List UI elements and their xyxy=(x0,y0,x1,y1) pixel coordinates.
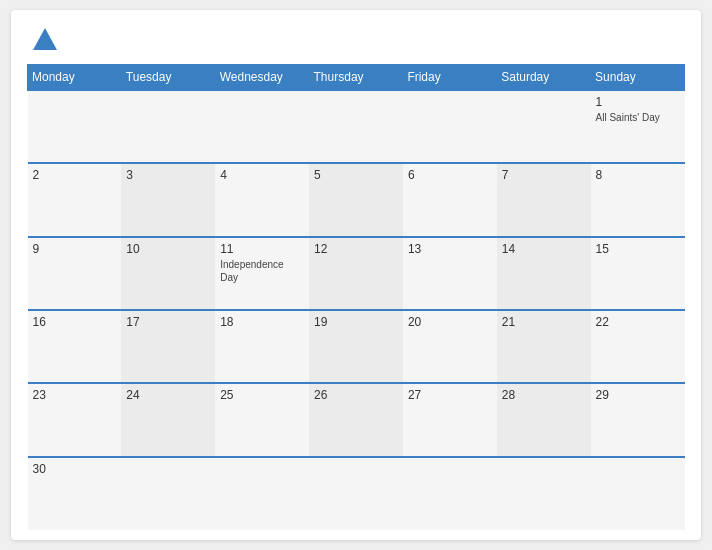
day-number: 11 xyxy=(220,242,304,256)
day-number: 25 xyxy=(220,388,304,402)
day-number: 5 xyxy=(314,168,398,182)
day-number: 24 xyxy=(126,388,210,402)
day-number: 3 xyxy=(126,168,210,182)
day-number: 9 xyxy=(33,242,117,256)
day-number: 15 xyxy=(596,242,680,256)
day-number: 6 xyxy=(408,168,492,182)
day-cell: 10 xyxy=(121,237,215,310)
day-cell: 8 xyxy=(591,163,685,236)
day-cell xyxy=(121,457,215,530)
week-row-3: 16171819202122 xyxy=(28,310,685,383)
event-label: Independence Day xyxy=(220,258,304,284)
col-header-saturday: Saturday xyxy=(497,65,591,91)
day-cell: 20 xyxy=(403,310,497,383)
day-number: 27 xyxy=(408,388,492,402)
day-cell: 1All Saints' Day xyxy=(591,90,685,163)
day-cell: 17 xyxy=(121,310,215,383)
day-cell: 9 xyxy=(28,237,122,310)
day-number: 8 xyxy=(596,168,680,182)
day-number: 2 xyxy=(33,168,117,182)
day-cell: 7 xyxy=(497,163,591,236)
day-cell: 4 xyxy=(215,163,309,236)
day-number: 19 xyxy=(314,315,398,329)
day-number: 22 xyxy=(596,315,680,329)
day-number: 20 xyxy=(408,315,492,329)
day-cell xyxy=(121,90,215,163)
day-cell: 22 xyxy=(591,310,685,383)
day-cell: 15 xyxy=(591,237,685,310)
day-cell xyxy=(28,90,122,163)
col-header-sunday: Sunday xyxy=(591,65,685,91)
day-cell: 14 xyxy=(497,237,591,310)
day-number: 12 xyxy=(314,242,398,256)
day-cell: 11Independence Day xyxy=(215,237,309,310)
week-row-2: 91011Independence Day12131415 xyxy=(28,237,685,310)
col-header-monday: Monday xyxy=(28,65,122,91)
day-number: 7 xyxy=(502,168,586,182)
day-cell: 21 xyxy=(497,310,591,383)
logo xyxy=(27,26,59,54)
day-cell: 28 xyxy=(497,383,591,456)
day-cell: 23 xyxy=(28,383,122,456)
day-number: 10 xyxy=(126,242,210,256)
day-cell xyxy=(309,457,403,530)
day-number: 30 xyxy=(33,462,117,476)
day-cell xyxy=(215,457,309,530)
day-cell xyxy=(309,90,403,163)
svg-marker-0 xyxy=(33,28,57,50)
day-cell: 18 xyxy=(215,310,309,383)
day-number: 26 xyxy=(314,388,398,402)
day-cell: 3 xyxy=(121,163,215,236)
day-cell: 29 xyxy=(591,383,685,456)
day-cell: 13 xyxy=(403,237,497,310)
calendar: MondayTuesdayWednesdayThursdayFridaySatu… xyxy=(11,10,701,540)
day-number: 14 xyxy=(502,242,586,256)
day-number: 4 xyxy=(220,168,304,182)
col-header-wednesday: Wednesday xyxy=(215,65,309,91)
col-header-thursday: Thursday xyxy=(309,65,403,91)
day-cell: 19 xyxy=(309,310,403,383)
day-number: 16 xyxy=(33,315,117,329)
day-cell xyxy=(215,90,309,163)
calendar-body: 1All Saints' Day234567891011Independence… xyxy=(28,90,685,530)
day-cell xyxy=(403,457,497,530)
day-number: 18 xyxy=(220,315,304,329)
day-number: 23 xyxy=(33,388,117,402)
day-cell: 6 xyxy=(403,163,497,236)
day-cell: 2 xyxy=(28,163,122,236)
col-header-friday: Friday xyxy=(403,65,497,91)
day-cell: 16 xyxy=(28,310,122,383)
col-header-tuesday: Tuesday xyxy=(121,65,215,91)
day-cell: 12 xyxy=(309,237,403,310)
day-cell: 24 xyxy=(121,383,215,456)
week-row-4: 23242526272829 xyxy=(28,383,685,456)
day-cell: 27 xyxy=(403,383,497,456)
day-number: 29 xyxy=(596,388,680,402)
week-row-5: 30 xyxy=(28,457,685,530)
day-number: 28 xyxy=(502,388,586,402)
day-cell xyxy=(403,90,497,163)
calendar-header xyxy=(27,26,685,54)
day-number: 17 xyxy=(126,315,210,329)
event-label: All Saints' Day xyxy=(596,111,680,124)
logo-icon xyxy=(31,26,59,54)
day-cell: 25 xyxy=(215,383,309,456)
day-number: 1 xyxy=(596,95,680,109)
day-cell: 26 xyxy=(309,383,403,456)
day-cell xyxy=(497,90,591,163)
header-row: MondayTuesdayWednesdayThursdayFridaySatu… xyxy=(28,65,685,91)
week-row-0: 1All Saints' Day xyxy=(28,90,685,163)
day-cell xyxy=(591,457,685,530)
week-row-1: 2345678 xyxy=(28,163,685,236)
day-cell: 5 xyxy=(309,163,403,236)
day-cell: 30 xyxy=(28,457,122,530)
day-number: 13 xyxy=(408,242,492,256)
day-number: 21 xyxy=(502,315,586,329)
day-cell xyxy=(497,457,591,530)
calendar-table: MondayTuesdayWednesdayThursdayFridaySatu… xyxy=(27,64,685,530)
